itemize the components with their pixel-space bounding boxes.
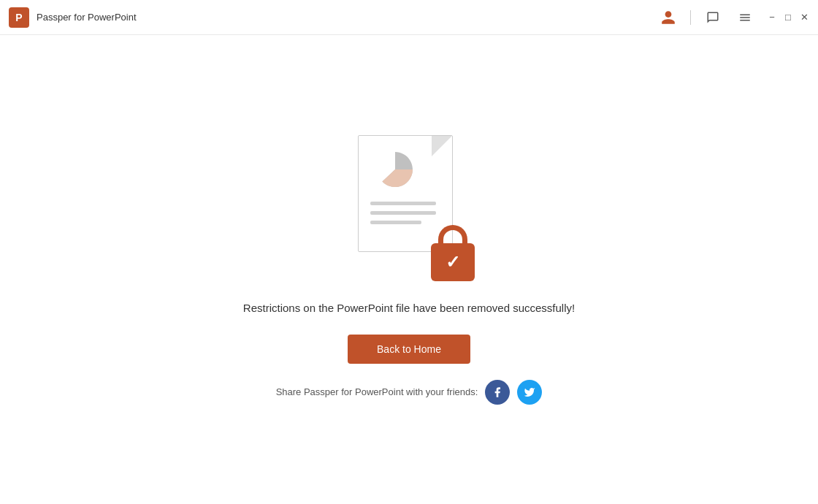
doc-line-3 <box>370 221 421 224</box>
doc-line-1 <box>370 202 436 205</box>
back-to-home-button[interactable]: Back to Home <box>348 335 470 364</box>
separator-1 <box>690 10 691 25</box>
twitter-share-button[interactable] <box>517 380 542 405</box>
title-bar: P Passper for PowerPoint − □ ✕ <box>0 0 818 35</box>
logo-text: P <box>15 12 22 23</box>
window-controls: − □ ✕ <box>767 12 809 23</box>
success-message: Restrictions on the PowerPoint file have… <box>243 302 575 314</box>
check-mark: ✓ <box>446 252 460 272</box>
minimize-button[interactable]: − <box>767 12 777 23</box>
lock-shackle <box>438 225 467 244</box>
lock-icon: ✓ <box>431 225 475 281</box>
facebook-share-button[interactable] <box>485 380 510 405</box>
share-row: Share Passper for PowerPoint with your f… <box>276 380 543 405</box>
title-bar-right: − □ ✕ <box>658 7 809 28</box>
account-icon[interactable] <box>658 7 679 28</box>
share-text: Share Passper for PowerPoint with your f… <box>276 386 478 397</box>
main-content: ✓ Restrictions on the PowerPoint file ha… <box>0 35 818 504</box>
app-logo: P <box>9 7 29 28</box>
close-button[interactable]: ✕ <box>799 12 809 23</box>
app-title: Passper for PowerPoint <box>37 12 137 23</box>
pie-chart <box>375 149 416 190</box>
menu-icon[interactable] <box>735 7 755 28</box>
lock-body: ✓ <box>431 243 475 281</box>
chat-icon[interactable] <box>703 7 723 28</box>
doc-line-2 <box>370 211 436 215</box>
restore-button[interactable]: □ <box>783 12 793 23</box>
success-illustration: ✓ <box>343 135 475 281</box>
doc-fold <box>432 136 452 156</box>
title-bar-left: P Passper for PowerPoint <box>9 7 137 28</box>
